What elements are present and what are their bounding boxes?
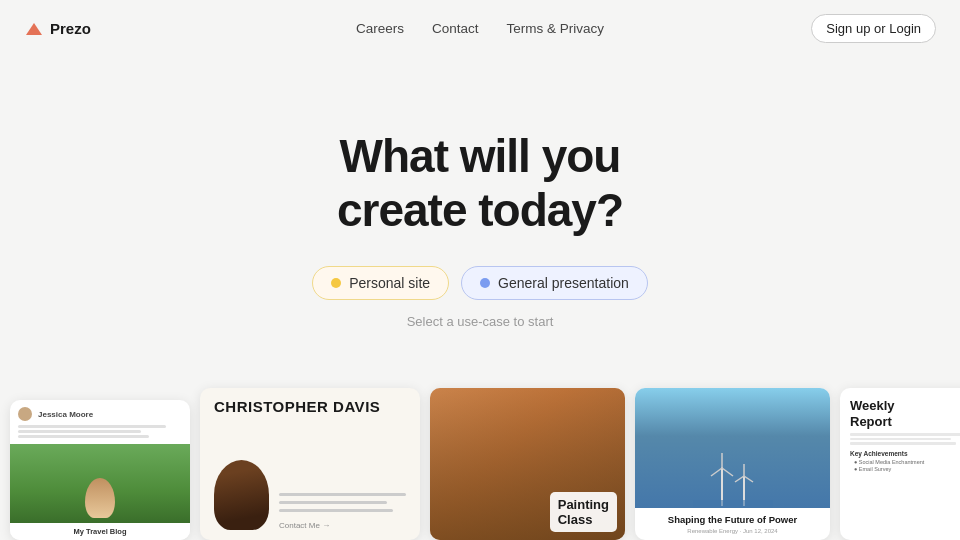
- hero-line1: What will you: [340, 130, 621, 182]
- weekly-report-card[interactable]: WeeklyReport Key Achievements ● Social M…: [840, 388, 960, 540]
- windmill-svg: [693, 438, 773, 508]
- personal-dot: [331, 278, 341, 288]
- svg-line-8: [735, 476, 744, 482]
- travel-author: Jessica Moore: [10, 400, 190, 425]
- christopher-bottom: Contact Me →: [214, 460, 406, 530]
- travel-person: [85, 478, 115, 518]
- weekly-bullet-1: ● Social Media Enchantment: [850, 459, 960, 465]
- w-line-3: [850, 442, 956, 445]
- painting-card[interactable]: PaintingClass: [430, 388, 625, 540]
- personal-site-pill[interactable]: Personal site: [312, 266, 449, 300]
- hero-heading: What will you create today?: [0, 129, 960, 238]
- nav-careers[interactable]: Careers: [356, 21, 404, 36]
- text-line-3: [18, 435, 149, 438]
- nav-links: Careers Contact Terms & Privacy: [356, 21, 604, 36]
- general-presentation-pill[interactable]: General presentation: [461, 266, 648, 300]
- travel-text-lines: [10, 425, 190, 444]
- hero-section: What will you create today? Personal sit…: [0, 57, 960, 359]
- weekly-section: Key Achievements: [850, 450, 960, 457]
- general-label: General presentation: [498, 275, 629, 291]
- personal-label: Personal site: [349, 275, 430, 291]
- w-line-2: [850, 438, 951, 441]
- painting-label: PaintingClass: [550, 492, 617, 532]
- text-line-1: [18, 425, 166, 428]
- nav-terms[interactable]: Terms & Privacy: [507, 21, 605, 36]
- signup-button[interactable]: Sign up or Login: [811, 14, 936, 43]
- svg-line-4: [711, 468, 722, 476]
- portrait-inner: [214, 460, 269, 530]
- weekly-bullet-2: ● Email Survey: [850, 466, 960, 472]
- hero-hint: Select a use-case to start: [0, 314, 960, 329]
- svg-line-5: [722, 468, 733, 476]
- christopher-portrait: [214, 460, 269, 530]
- svg-marker-0: [26, 23, 42, 35]
- w-line-1: [850, 433, 960, 436]
- c-line-2: [279, 501, 387, 504]
- future-image: [635, 388, 830, 508]
- navigation: Prezo Careers Contact Terms & Privacy Si…: [0, 0, 960, 57]
- general-dot: [480, 278, 490, 288]
- travel-footer: My Travel Blog: [10, 523, 190, 540]
- weekly-title: WeeklyReport: [850, 398, 960, 429]
- travel-blog-card[interactable]: Jessica Moore My Travel Blog: [10, 400, 190, 540]
- hero-pills: Personal site General presentation: [0, 266, 960, 300]
- travel-avatar: [18, 407, 32, 421]
- future-meta: Renewable Energy · Jun 12, 2024: [643, 528, 822, 534]
- christopher-name: CHRISTOPHER DAVIS: [214, 398, 406, 415]
- christopher-card[interactable]: CHRISTOPHER DAVIS Contact Me →: [200, 388, 420, 540]
- future-title: Shaping the Future of Power: [643, 514, 822, 526]
- svg-rect-10: [693, 500, 773, 508]
- hero-line2: create today?: [337, 184, 623, 236]
- christopher-contact[interactable]: Contact Me →: [279, 521, 406, 530]
- preview-cards: Jessica Moore My Travel Blog CHRISTOPHER…: [0, 380, 960, 540]
- text-line-2: [18, 430, 141, 433]
- logo[interactable]: Prezo: [24, 19, 91, 39]
- future-card[interactable]: Shaping the Future of Power Renewable En…: [635, 388, 830, 540]
- logo-text: Prezo: [50, 20, 91, 37]
- christopher-details: Contact Me →: [279, 493, 406, 530]
- svg-line-9: [744, 476, 753, 482]
- logo-icon: [24, 19, 44, 39]
- c-line-3: [279, 509, 393, 512]
- future-text: Shaping the Future of Power Renewable En…: [635, 508, 830, 540]
- weekly-left-content: WeeklyReport Key Achievements ● Social M…: [850, 398, 960, 530]
- nav-contact[interactable]: Contact: [432, 21, 479, 36]
- travel-image-inner: [10, 444, 190, 523]
- travel-image: [10, 444, 190, 523]
- c-line-1: [279, 493, 406, 496]
